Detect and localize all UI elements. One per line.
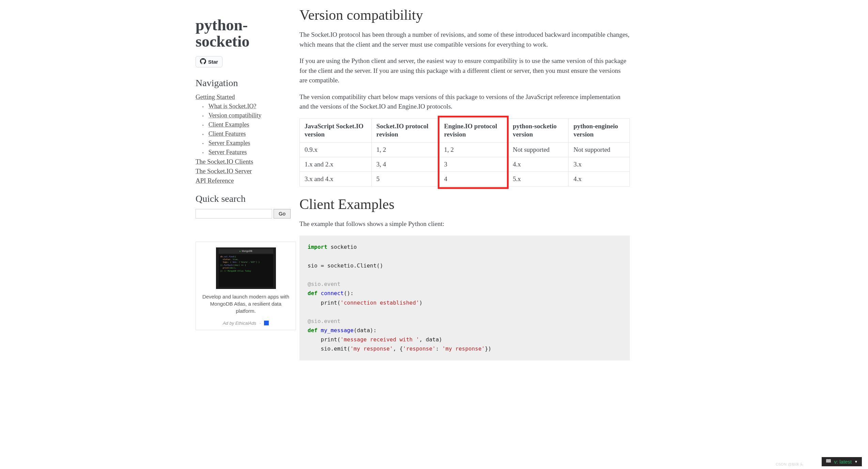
table-cell: 1, 2 <box>371 142 439 157</box>
ad-box[interactable]: MongoDB db.col.find({ status: true, tags… <box>196 242 296 330</box>
nav-server-features[interactable]: Server Features <box>208 149 247 156</box>
nav-socketio-clients[interactable]: The Socket.IO Clients <box>196 158 253 165</box>
nav-api-reference[interactable]: API Reference <box>196 177 234 184</box>
table-cell: 0.9.x <box>300 142 372 157</box>
table-cell: 5 <box>371 172 439 186</box>
table-cell: 3.x <box>569 157 630 172</box>
table-cell: Not supported <box>508 142 569 157</box>
github-icon <box>200 58 206 65</box>
table-cell: 5.x <box>508 172 569 186</box>
ad-image: MongoDB db.col.find({ status: true, tags… <box>216 247 276 289</box>
search-heading: Quick search <box>196 193 293 204</box>
table-header-cell: python-socketio version <box>508 118 569 142</box>
p-intro-2: If you are using the Python client and s… <box>299 56 630 85</box>
compat-table-wrap: JavaScript Socket.IO versionSocket.IO pr… <box>299 118 630 187</box>
nav-version-compatibility[interactable]: Version compatibility <box>208 112 261 119</box>
nav-client-features[interactable]: Client Features <box>208 130 246 137</box>
nav-client-examples[interactable]: Client Examples <box>208 121 249 128</box>
p-intro-3: The version compatibility chart below ma… <box>299 92 630 112</box>
table-header-cell: Socket.IO protocol revision <box>371 118 439 142</box>
compat-table: JavaScript Socket.IO versionSocket.IO pr… <box>299 118 630 187</box>
nav-socketio-server[interactable]: The Socket.IO Server <box>196 167 252 175</box>
nav-list: Getting Started What is Socket.IO? Versi… <box>196 93 293 184</box>
section-version-compatibility: Version compatibility <box>299 7 630 23</box>
table-cell: 3, 4 <box>371 157 439 172</box>
table-cell: 4.x <box>569 172 630 186</box>
search-go-button[interactable]: Go <box>274 209 291 219</box>
table-header-cell: python-engineio version <box>569 118 630 142</box>
nav-server-examples[interactable]: Server Examples <box>208 140 250 146</box>
table-cell: 1.x and 2.x <box>300 157 372 172</box>
table-cell: 1, 2 <box>439 142 508 157</box>
table-cell: 3.x and 4.x <box>300 172 372 186</box>
p-intro-1: The Socket.IO protocol has been through … <box>299 30 630 49</box>
table-cell: 4 <box>439 172 508 186</box>
nav-getting-started[interactable]: Getting Started <box>196 93 235 100</box>
search-form: Go <box>196 209 293 219</box>
table-cell: 3 <box>439 157 508 172</box>
table-row: 0.9.x1, 21, 2Not supportedNot supported <box>300 142 630 157</box>
table-header-cell: Engine.IO protocol revision <box>439 118 508 142</box>
table-header-row: JavaScript Socket.IO versionSocket.IO pr… <box>300 118 630 142</box>
ad-info-icon[interactable] <box>264 321 269 325</box>
ad-text: Develop and launch modern apps with Mong… <box>200 293 292 318</box>
section-client-examples: Client Examples <box>299 196 630 212</box>
table-row: 1.x and 2.x3, 434.x3.x <box>300 157 630 172</box>
search-input[interactable] <box>196 209 272 219</box>
table-row: 3.x and 4.x545.x4.x <box>300 172 630 186</box>
code-example: import socketio sio = socketio.Client() … <box>299 236 630 360</box>
nav-what-is-socketio[interactable]: What is Socket.IO? <box>208 103 256 110</box>
github-star-button[interactable]: Star <box>196 56 222 67</box>
ad-footer: Ad by EthicalAds · <box>200 318 292 326</box>
project-title[interactable]: python-socketio <box>196 17 293 50</box>
star-label: Star <box>208 59 218 65</box>
table-header-cell: JavaScript Socket.IO version <box>300 118 372 142</box>
p-client-examples: The example that follows shows a simple … <box>299 219 630 229</box>
nav-heading: Navigation <box>196 78 293 88</box>
ad-by-link[interactable]: Ad by EthicalAds <box>223 321 256 326</box>
table-cell: 4.x <box>508 157 569 172</box>
table-cell: Not supported <box>569 142 630 157</box>
